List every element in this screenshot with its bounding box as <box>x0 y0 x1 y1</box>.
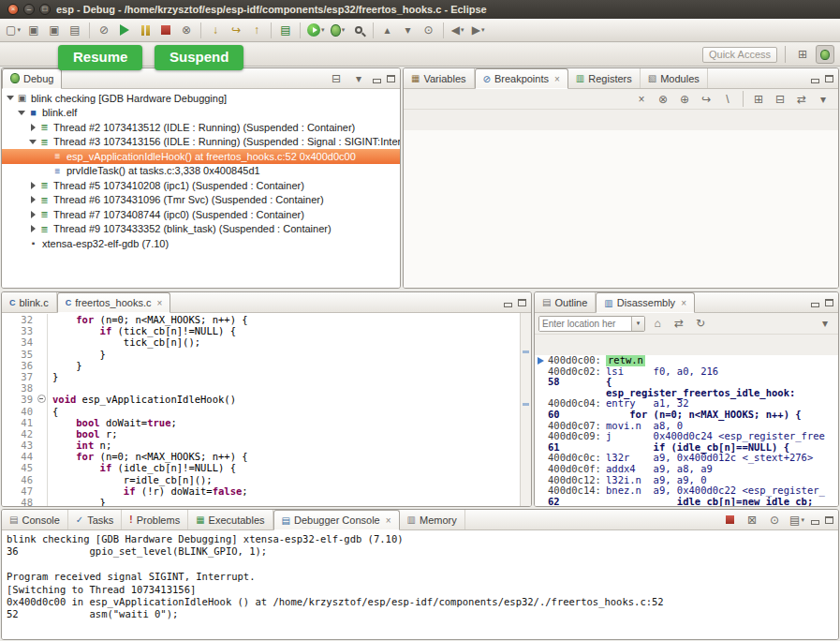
code-line[interactable]: 34 tick_cb[n](); <box>2 336 531 348</box>
tree-item-target[interactable]: ◼blink.elf <box>2 106 400 121</box>
maximize-icon[interactable] <box>824 515 834 525</box>
disconnect-icon[interactable]: ⊗ <box>177 21 196 39</box>
code-line[interactable]: 45 if (idle_cb[n]!=NULL) { <box>2 462 531 473</box>
tree-item-stack-frame[interactable]: ≡prvIdleTask() at tasks.c:3,338 0x400845… <box>2 164 400 179</box>
overview-ruler[interactable] <box>520 313 531 506</box>
back-icon[interactable]: ◀▾ <box>449 21 467 39</box>
tree-item-thread[interactable]: ≣Thread #3 1073413156 (IDLE : Running) (… <box>2 135 400 150</box>
tree-item-thread[interactable]: ≣Thread #2 1073413512 (IDLE : Running) (… <box>2 120 400 135</box>
close-icon[interactable]: × <box>157 298 163 308</box>
disasm-line-current[interactable]: 400d0c00:retw.n <box>535 355 838 366</box>
minimize-icon[interactable] <box>372 74 382 83</box>
code-line[interactable]: 36 } <box>2 360 531 371</box>
code-line[interactable]: 46 r=idle_cb[n](); <box>2 474 531 485</box>
print-icon[interactable]: ▤ <box>66 21 84 39</box>
tab-debugger-console[interactable]: ▤Debugger Console× <box>273 510 400 530</box>
tab-breakpoints[interactable]: ⊘Breakpoints× <box>475 68 568 89</box>
close-icon[interactable]: × <box>554 74 560 84</box>
tree-item-stack-frame-selected[interactable]: ≡esp_vApplicationIdleHook() at freertos_… <box>2 149 400 164</box>
show-breakpoints-for-selection-icon[interactable]: ⊕ <box>675 90 694 109</box>
collapse-all-icon[interactable]: ⊟ <box>771 90 789 109</box>
tab-registers[interactable]: ▥Registers <box>568 68 641 88</box>
instruction-stepping-icon[interactable]: ▤ <box>276 21 295 39</box>
disasm-line[interactable]: 400d0c09:j 0x400d0c24 <esp_register_free <box>535 431 838 442</box>
tab-freertos-hooks-c[interactable]: Cfreertos_hooks.c× <box>57 292 171 313</box>
tree-item-thread[interactable]: ≣Thread #7 1073408744 (ipc0) (Suspended … <box>2 207 400 222</box>
debug-icon[interactable]: ▾ <box>329 21 347 39</box>
collapse-all-icon[interactable]: ⊟ <box>327 69 346 88</box>
close-icon[interactable]: × <box>386 515 391 526</box>
close-icon[interactable]: × <box>681 298 686 308</box>
code-line[interactable]: 44 for (n=0; n<MAX_HOOKS; n++) { <box>2 451 531 462</box>
terminate-icon[interactable] <box>720 511 739 529</box>
remove-breakpoint-icon[interactable]: × <box>632 90 651 109</box>
code-line[interactable]: 43 int n; <box>2 440 531 451</box>
code-line[interactable]: 32 for (n=0; n<MAX_HOOKS; n++) { <box>2 314 531 325</box>
tab-memory[interactable]: ▥Memory <box>400 510 465 529</box>
location-combo[interactable]: ▾ <box>538 316 645 332</box>
disasm-line[interactable]: 400d0c0f:addx4 a9, a8, a9 <box>535 464 838 475</box>
code-line[interactable]: 35 } <box>2 349 531 360</box>
skip-all-breakpoints-icon[interactable]: ⊘ <box>95 21 113 39</box>
tab-debug[interactable]: Debug <box>2 68 62 89</box>
step-return-icon[interactable]: ↑ <box>247 21 266 39</box>
breakpoints-view-menu-icon[interactable]: ▾ <box>814 90 833 109</box>
skip-all-breakpoints-icon[interactable]: \ <box>718 90 737 109</box>
save-all-icon[interactable]: ▣ <box>45 21 64 39</box>
suspend-icon[interactable] <box>136 21 155 39</box>
tab-blink-c[interactable]: Cblink.c <box>2 292 57 312</box>
tab-disassembly[interactable]: ▥Disassembly× <box>596 292 695 313</box>
tree-item-launch[interactable]: ▣blink checking [GDB Hardware Debugging] <box>2 91 400 106</box>
code-line[interactable]: 40{ <box>2 406 531 417</box>
tab-modules[interactable]: ▧Modules <box>641 68 708 88</box>
tree-item-thread[interactable]: ≣Thread #9 1073433352 (blink_task) (Susp… <box>2 222 400 237</box>
disasm-source-line[interactable]: 62 idle_cb[n]=new_idle_cb; <box>535 497 838 506</box>
minimize-icon[interactable] <box>810 515 820 525</box>
expand-all-icon[interactable]: ⊞ <box>749 90 768 109</box>
debug-view-menu-icon[interactable]: ▾ <box>349 69 368 88</box>
code-line[interactable]: 47 if (!r) doWait=false; <box>2 485 531 497</box>
window-close-button[interactable]: × <box>7 4 19 15</box>
step-over-icon[interactable]: ↪ <box>227 21 245 39</box>
next-annotation-icon[interactable]: ▾ <box>399 21 418 39</box>
code-line[interactable]: 39void esp_vApplicationIdleHook() <box>2 394 531 405</box>
disassembly-view-menu-icon[interactable]: ▾ <box>816 314 834 333</box>
open-perspective-icon[interactable]: ⊞ <box>793 45 812 64</box>
pin-editor-icon[interactable]: ⊙ <box>420 21 438 39</box>
previous-annotation-icon[interactable]: ▴ <box>378 21 397 39</box>
home-icon[interactable]: ⌂ <box>648 314 667 333</box>
minimize-icon[interactable] <box>810 298 820 307</box>
forward-icon[interactable]: ▶▾ <box>469 21 488 39</box>
quick-access[interactable]: Quick Access <box>702 47 777 63</box>
code-editor[interactable]: 32 for (n=0; n<MAX_HOOKS; n++) { 33 if (… <box>2 313 531 506</box>
link-with-source-icon[interactable]: ⇄ <box>670 314 688 333</box>
minimize-icon[interactable] <box>810 74 820 83</box>
location-input[interactable] <box>539 317 631 331</box>
breakpoints-list-empty[interactable] <box>404 130 838 288</box>
tree-item-thread[interactable]: ≣Thread #6 1073431096 (Tmr Svc) (Suspend… <box>2 193 400 208</box>
disasm-source-line[interactable]: 60 for (n=0; n<MAX_HOOKS; n++) { <box>535 410 838 421</box>
terminate-icon[interactable] <box>156 21 175 39</box>
run-icon[interactable]: ▾ <box>305 21 327 39</box>
code-line[interactable]: 37} <box>2 371 531 382</box>
search-icon[interactable] <box>349 21 368 39</box>
clear-console-icon[interactable]: ⊠ <box>743 511 761 529</box>
tree-item-gdb[interactable]: ▪xtensa-esp32-elf-gdb (7.10) <box>2 236 400 251</box>
disasm-line[interactable]: 400d0c14:bnez.n a9, 0x400d0c22 <esp_regi… <box>535 485 838 497</box>
minimize-icon[interactable] <box>503 298 513 307</box>
new-wizard-icon[interactable]: ▢▾ <box>4 21 22 39</box>
code-line[interactable]: 41 bool doWait=true; <box>2 417 531 428</box>
maximize-icon[interactable] <box>824 298 834 307</box>
code-line[interactable]: 33 if (tick_cb[n]!=NULL) { <box>2 325 531 336</box>
link-with-debug-icon[interactable]: ⇄ <box>792 90 811 109</box>
disasm-line[interactable]: 400d0c02:lsi f0, a0, 216 <box>535 366 838 378</box>
debugger-console-output[interactable]: blink checking [GDB Hardware Debugging] … <box>2 530 838 624</box>
tab-outline[interactable]: ▤Outline <box>535 292 596 312</box>
open-console-icon[interactable]: ▤▾ <box>788 511 806 529</box>
tab-console[interactable]: ▤Console <box>2 510 68 529</box>
window-minimize-button[interactable]: – <box>23 4 35 15</box>
disassembly-listing[interactable]: 400d0c00:retw.n 400d0c02:lsi f0, a0, 216… <box>535 355 838 506</box>
tab-tasks[interactable]: ✓Tasks <box>68 510 123 529</box>
tab-problems[interactable]: !Problems <box>122 510 188 529</box>
code-line[interactable]: 48 } <box>2 497 531 506</box>
